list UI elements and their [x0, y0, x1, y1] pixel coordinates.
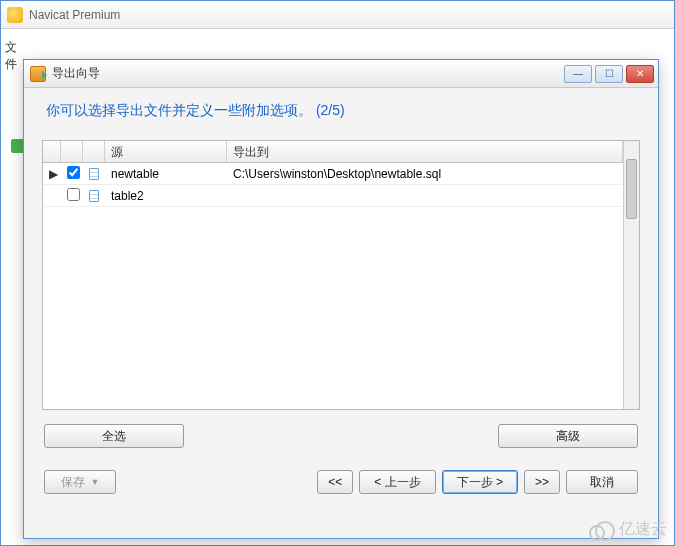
row-checkbox[interactable]: [67, 166, 80, 179]
footer-row: 保存 ▼ << < 上一步 下一步 > >> 取消: [42, 470, 640, 494]
chevron-down-icon: ▼: [91, 477, 100, 487]
col-source[interactable]: 源: [105, 141, 227, 162]
instruction-text: 你可以选择导出文件并定义一些附加选项。 (2/5): [42, 102, 640, 120]
cancel-button[interactable]: 取消: [566, 470, 638, 494]
col-row-handle: [43, 141, 61, 162]
table-row[interactable]: table2: [43, 185, 623, 207]
row-current-marker: [43, 194, 61, 198]
save-button[interactable]: 保存 ▼: [44, 470, 116, 494]
table-header: 源 导出到: [43, 141, 623, 163]
menu-file[interactable]: 文件: [1, 29, 21, 545]
dialog-content: 你可以选择导出文件并定义一些附加选项。 (2/5) 源 导出到 ▶: [24, 88, 658, 538]
col-checkbox: [61, 141, 83, 162]
watermark-logo-icon: [589, 521, 615, 539]
save-label: 保存: [61, 474, 85, 491]
col-icon: [83, 141, 105, 162]
window-controls: — ☐ ✕: [564, 65, 654, 83]
dialog-title: 导出向导: [52, 65, 564, 82]
main-body: 文件 导出向导 — ☐ ✕ 你可以选择导出文件并定义一些附加选项。 (2/5): [1, 29, 674, 545]
row-checkbox[interactable]: [67, 188, 80, 201]
maximize-button[interactable]: ☐: [595, 65, 623, 83]
advanced-button[interactable]: 高级: [498, 424, 638, 448]
export-table: 源 导出到 ▶ newtable C:\Users\winston\Deskto…: [42, 140, 640, 410]
main-window: Navicat Premium 文件 导出向导 — ☐ ✕ 你可以选择导出文件并…: [0, 0, 675, 546]
watermark-text: 亿速云: [619, 519, 667, 540]
table-icon: [89, 190, 99, 202]
next-button[interactable]: 下一步 >: [442, 470, 518, 494]
watermark: 亿速云: [589, 519, 667, 540]
row-current-marker: ▶: [43, 165, 61, 183]
first-button[interactable]: <<: [317, 470, 353, 494]
select-all-button[interactable]: 全选: [44, 424, 184, 448]
table-row[interactable]: ▶ newtable C:\Users\winston\Desktop\newt…: [43, 163, 623, 185]
last-button[interactable]: >>: [524, 470, 560, 494]
table-icon: [89, 168, 99, 180]
row-source: newtable: [105, 165, 227, 183]
mid-button-row: 全选 高级: [42, 424, 640, 448]
export-icon: [30, 66, 46, 82]
app-icon: [7, 7, 23, 23]
close-button[interactable]: ✕: [626, 65, 654, 83]
vertical-scrollbar[interactable]: [623, 141, 639, 409]
row-dest[interactable]: C:\Users\winston\Desktop\newtable.sql: [227, 165, 623, 183]
row-dest[interactable]: [227, 194, 623, 198]
nav-buttons: << < 上一步 下一步 > >> 取消: [317, 470, 638, 494]
row-source: table2: [105, 187, 227, 205]
prev-button[interactable]: < 上一步: [359, 470, 435, 494]
col-dest[interactable]: 导出到: [227, 141, 623, 162]
scrollbar-thumb[interactable]: [626, 159, 637, 219]
export-wizard-dialog: 导出向导 — ☐ ✕ 你可以选择导出文件并定义一些附加选项。 (2/5): [23, 59, 659, 539]
main-titlebar: Navicat Premium: [1, 1, 674, 29]
minimize-button[interactable]: —: [564, 65, 592, 83]
dialog-titlebar: 导出向导 — ☐ ✕: [24, 60, 658, 88]
app-title: Navicat Premium: [29, 8, 120, 22]
